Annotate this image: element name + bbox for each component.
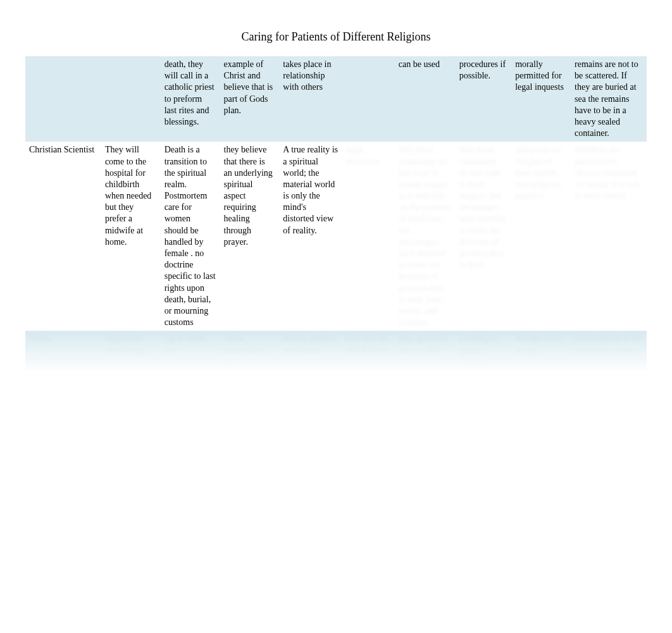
cell: Upon death last (161, 331, 220, 371)
cell: they believe that there is an underlying… (220, 142, 280, 331)
cell: They will come to the hospital for child… (101, 142, 161, 331)
cell-religion-name: Christian Scientist (25, 142, 101, 331)
table-container: death, they will call in a catholic prie… (25, 56, 647, 371)
cell: example of Christ and believe that is pa… (220, 56, 280, 142)
cell (342, 56, 394, 142)
cell: reincarnation is the continued journey; (571, 331, 647, 371)
cell: death, they will call in a catholic prie… (161, 56, 220, 142)
cell: Coconut oil and flowers (342, 331, 394, 371)
table-row: death, they will call in a catholic prie… (25, 56, 647, 142)
cell: Hindu (25, 331, 101, 371)
cell: they most commonly do not want to donate… (395, 142, 456, 331)
cell: Vegetarian and fasting (101, 331, 161, 371)
religion-table: death, they will call in a catholic prie… (25, 56, 647, 371)
cell: Leading to prayer; decision (456, 331, 512, 371)
cell: procedures if possible. (456, 56, 512, 142)
cell: they most commonly do not want to have s… (456, 142, 512, 331)
cell: Death is a transition to the spiritual r… (161, 142, 220, 331)
cell (25, 56, 101, 142)
cell: takes place in relationship with others (279, 56, 342, 142)
cell (101, 56, 161, 142)
cell: A true reality is a spiritual world; the… (279, 142, 342, 331)
cell: can be used (395, 56, 456, 142)
cell: Upon incarnation the (220, 331, 280, 371)
table-row: Christian Scientist They will come to th… (25, 142, 647, 331)
cell: autopsies are not part of their beliefs … (511, 142, 571, 331)
cell: Accept when accept (511, 331, 571, 371)
page-title: Caring for Patients of Different Religio… (0, 0, 672, 56)
cell: they generally are not able (395, 331, 456, 371)
table-row: Hindu Vegetarian and fasting Upon death … (25, 331, 647, 371)
cell: remains are not to be scattered. If they… (571, 56, 647, 142)
cell: morally permitted for legal inquests (511, 56, 571, 142)
cell: legal discretion (342, 142, 394, 331)
cell: members are permitted to choose crematio… (571, 142, 647, 331)
cell: Divine purpose and karma (279, 331, 342, 371)
